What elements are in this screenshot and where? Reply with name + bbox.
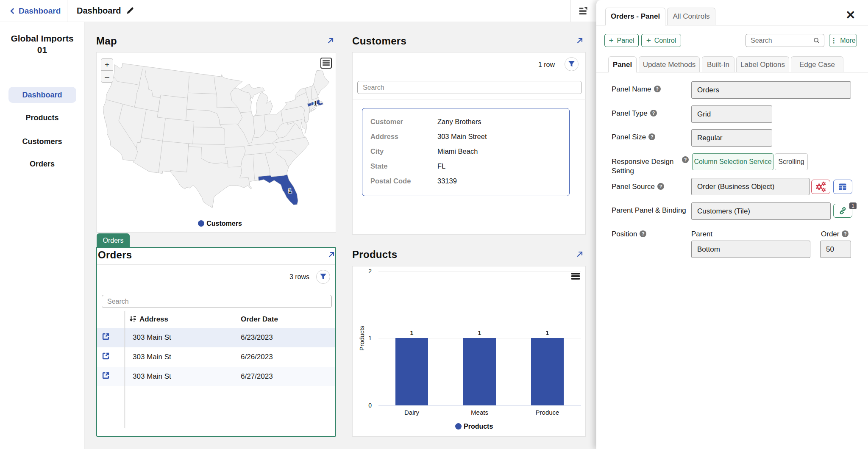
svg-text:1: 1 bbox=[314, 100, 317, 107]
svg-text:1: 1 bbox=[288, 187, 292, 194]
